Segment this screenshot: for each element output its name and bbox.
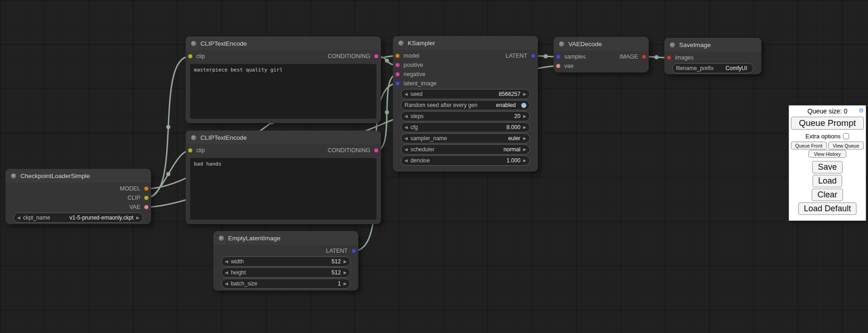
decrement-arrow-icon[interactable]: ◀ <box>404 137 408 141</box>
port-dot-latent[interactable] <box>531 54 536 58</box>
queue-prompt-button[interactable]: Queue Prompt <box>791 117 864 130</box>
input-port-model[interactable]: model <box>393 53 419 59</box>
node-title-bar[interactable]: CLIPTextEncode <box>186 36 381 50</box>
port-dot-image[interactable] <box>642 54 646 59</box>
node-cliptextencode-negative[interactable]: CLIPTextEncode clip CONDITIONING bad han… <box>186 131 381 224</box>
view-queue-button[interactable]: View Queue <box>828 142 864 149</box>
collapse-icon[interactable] <box>398 41 404 46</box>
collapse-icon[interactable] <box>219 236 224 241</box>
port-dot-vae[interactable] <box>556 64 561 68</box>
output-port-conditioning[interactable]: CONDITIONING <box>328 147 381 154</box>
widget-denoise[interactable]: ◀ denoise 1.000 ▶ <box>401 155 530 166</box>
load-default-button[interactable]: Load Default <box>798 202 856 215</box>
port-dot-samples[interactable] <box>556 54 561 59</box>
node-ksampler[interactable]: KSampler model LATENT positive negative … <box>393 36 538 172</box>
port-dot-negative[interactable] <box>395 72 400 77</box>
increment-arrow-icon[interactable]: ▶ <box>523 92 526 96</box>
decrement-arrow-icon[interactable]: ◀ <box>404 114 408 119</box>
node-emptylatentimage[interactable]: EmptyLatentImage LATENT ◀ width 512 ▶ ◀ … <box>213 231 358 291</box>
increment-arrow-icon[interactable]: ▶ <box>523 137 526 141</box>
collapse-icon[interactable] <box>191 41 196 46</box>
increment-arrow-icon[interactable]: ▶ <box>344 282 347 286</box>
clear-button[interactable]: Clear <box>812 189 843 201</box>
decrement-arrow-icon[interactable]: ◀ <box>404 92 408 96</box>
port-dot-model[interactable] <box>395 54 400 58</box>
widget-batch-size[interactable]: ◀ batch_size 1 ▶ <box>221 279 350 289</box>
node-title-bar[interactable]: CheckpointLoaderSimple <box>6 169 151 183</box>
increment-arrow-icon[interactable]: ▶ <box>523 148 526 152</box>
output-port-conditioning[interactable]: CONDITIONING <box>328 53 381 59</box>
output-port-clip[interactable]: CLIP <box>127 195 151 201</box>
increment-arrow-icon[interactable]: ▶ <box>136 216 139 220</box>
decrement-arrow-icon[interactable]: ◀ <box>17 216 20 220</box>
widget-scheduler[interactable]: ◀ scheduler normal ▶ <box>401 144 530 155</box>
widget-cfg[interactable]: ◀ cfg 8.000 ▶ <box>401 122 530 132</box>
input-port-clip[interactable]: clip <box>186 53 205 59</box>
node-title-bar[interactable]: CLIPTextEncode <box>186 131 381 144</box>
increment-arrow-icon[interactable]: ▶ <box>523 114 526 119</box>
output-port-image[interactable]: IMAGE <box>620 54 649 60</box>
load-button[interactable]: Load <box>813 175 842 187</box>
port-dot-conditioning[interactable] <box>374 54 379 59</box>
port-dot-model[interactable] <box>144 186 149 191</box>
collapse-icon[interactable] <box>670 42 675 48</box>
port-dot-clip[interactable] <box>188 54 193 59</box>
output-port-latent[interactable]: LATENT <box>506 53 538 59</box>
node-checkpointloadersimple[interactable]: CheckpointLoaderSimple MODEL CLIP VAE ◀ … <box>6 169 151 224</box>
input-port-latent-image[interactable]: latent_image <box>393 80 437 87</box>
node-title-bar[interactable]: VAEDecode <box>554 37 649 51</box>
output-port-latent[interactable]: LATENT <box>326 248 358 254</box>
decrement-arrow-icon[interactable]: ◀ <box>225 271 228 275</box>
decrement-arrow-icon[interactable]: ◀ <box>404 148 408 152</box>
node-title-bar[interactable]: KSampler <box>393 36 538 50</box>
port-dot-positive[interactable] <box>395 63 400 67</box>
port-dot-vae[interactable] <box>144 205 149 209</box>
input-port-samples[interactable]: samples <box>554 54 586 60</box>
output-port-vae[interactable]: VAE <box>129 204 151 210</box>
decrement-arrow-icon[interactable]: ◀ <box>225 282 228 286</box>
widget-sampler-name[interactable]: ◀ sampler_name euler ▶ <box>401 133 530 143</box>
node-title-bar[interactable]: EmptyLatentImage <box>213 231 358 245</box>
port-dot-latent[interactable] <box>351 249 356 253</box>
save-button[interactable]: Save <box>812 161 842 173</box>
node-saveimage[interactable]: SaveImage images filename_prefix ComfyUI <box>664 38 761 74</box>
collapse-icon[interactable] <box>11 173 16 178</box>
input-port-vae[interactable]: vae <box>554 63 573 69</box>
increment-arrow-icon[interactable]: ▶ <box>523 159 526 163</box>
widget-ckpt-name[interactable]: ◀ ckpt_name v1-5-pruned-emaonly.ckpt ▶ <box>13 213 143 223</box>
decrement-arrow-icon[interactable]: ◀ <box>404 125 408 130</box>
input-port-images[interactable]: images <box>664 54 693 61</box>
widget-height[interactable]: ◀ height 512 ▶ <box>221 268 350 278</box>
port-dot-clip[interactable] <box>144 196 149 200</box>
widget-filename-prefix[interactable]: filename_prefix ComfyUI <box>672 63 753 73</box>
input-port-positive[interactable]: positive <box>393 62 423 68</box>
decrement-arrow-icon[interactable]: ◀ <box>225 260 228 264</box>
increment-arrow-icon[interactable]: ▶ <box>344 271 347 275</box>
collapse-icon[interactable] <box>191 135 196 140</box>
widget-steps[interactable]: ◀ steps 20 ▶ <box>401 111 530 121</box>
view-history-button[interactable]: View History <box>808 150 846 158</box>
extra-options-checkbox[interactable] <box>843 133 849 139</box>
port-dot-latent-image[interactable] <box>395 81 400 86</box>
queue-front-button[interactable]: Queue Front <box>791 142 827 149</box>
input-port-negative[interactable]: negative <box>393 71 425 77</box>
port-dot-images[interactable] <box>667 55 671 60</box>
increment-arrow-icon[interactable]: ▶ <box>523 125 526 130</box>
node-vaedecode[interactable]: VAEDecode samples IMAGE vae <box>554 37 649 72</box>
prompt-text-area[interactable]: masterpiece best quality girl <box>190 64 377 119</box>
node-cliptextencode-positive[interactable]: CLIPTextEncode clip CONDITIONING masterp… <box>186 36 381 123</box>
settings-gear-icon[interactable]: ⚙ <box>858 107 864 113</box>
output-port-model[interactable]: MODEL <box>120 185 151 192</box>
widget-random-seed-toggle[interactable]: Random seed after every gen enabled <box>401 100 530 110</box>
port-dot-clip[interactable] <box>188 148 193 153</box>
node-title-bar[interactable]: SaveImage <box>664 38 761 52</box>
widget-seed[interactable]: ◀ seed 8566257 ▶ <box>401 89 530 99</box>
prompt-text-area[interactable]: bad hands <box>190 158 377 220</box>
collapse-icon[interactable] <box>559 42 564 47</box>
toggle-indicator-icon[interactable] <box>521 103 526 108</box>
increment-arrow-icon[interactable]: ▶ <box>344 260 347 264</box>
input-port-clip[interactable]: clip <box>186 147 205 154</box>
port-dot-conditioning[interactable] <box>374 148 379 153</box>
widget-width[interactable]: ◀ width 512 ▶ <box>221 256 350 267</box>
decrement-arrow-icon[interactable]: ◀ <box>404 159 408 163</box>
